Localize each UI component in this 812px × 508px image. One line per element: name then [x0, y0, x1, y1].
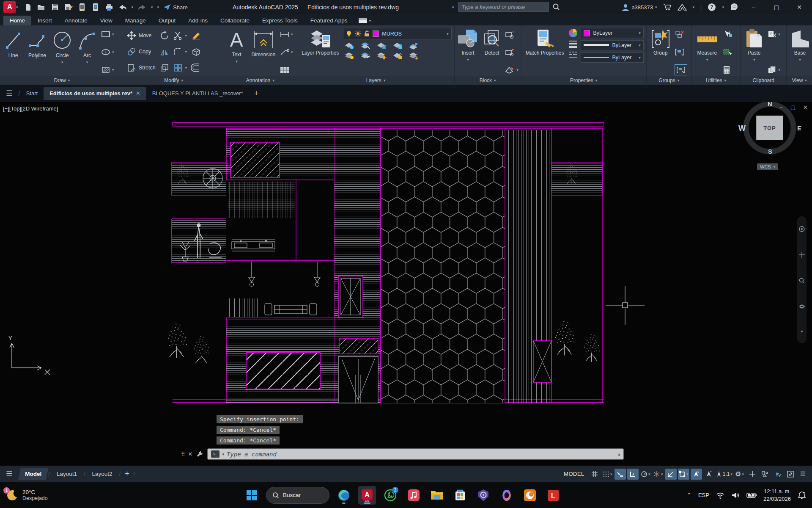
- keyword-search-input[interactable]: [458, 2, 549, 12]
- command-bar[interactable]: >_ ▾ ▴: [207, 448, 624, 460]
- help-icon[interactable]: ?: [708, 3, 716, 11]
- ribbon-tab-collaborate[interactable]: Collaborate: [214, 16, 256, 25]
- command-grip-handle[interactable]: ⠿: [181, 451, 184, 457]
- viewport-controls-label[interactable]: [−][Top][2D Wireframe]: [3, 105, 58, 112]
- layout2-tab[interactable]: Layout2: [85, 468, 119, 480]
- undo-icon[interactable]: [118, 3, 127, 12]
- viewcube-east[interactable]: E: [797, 124, 801, 132]
- redo-icon[interactable]: [137, 3, 147, 12]
- file-tab-start[interactable]: Start: [20, 87, 44, 100]
- nav-wheel-icon[interactable]: [799, 226, 805, 232]
- snap-mode-toggle[interactable]: ▾: [602, 469, 613, 480]
- app-store-cart-icon[interactable]: [663, 3, 672, 11]
- ribbon-display-caret-icon[interactable]: ▾: [369, 19, 371, 23]
- new-layout-button[interactable]: +: [121, 469, 134, 478]
- edit-attributes-button[interactable]: ▾: [505, 64, 518, 75]
- panel-label-groups[interactable]: Groups▾: [647, 76, 691, 85]
- polar-tracking-toggle[interactable]: ▾: [640, 469, 651, 480]
- explode-button[interactable]: [191, 47, 201, 56]
- customization-menu-icon[interactable]: ☰: [797, 469, 809, 480]
- layer-freeze-button[interactable]: [377, 42, 387, 50]
- dimension-button[interactable]: Dimension: [250, 28, 277, 59]
- ribbon-tab-express-tools[interactable]: Express Tools: [256, 16, 304, 25]
- share-button[interactable]: Share: [163, 4, 188, 11]
- layer-thaw-all-button[interactable]: [377, 52, 387, 60]
- ribbon-tab-annotate[interactable]: Annotate: [58, 16, 94, 25]
- annotation-autoscale-toggle[interactable]: [703, 469, 715, 480]
- object-color-select[interactable]: ByLayer▾: [581, 28, 643, 38]
- quick-select-button[interactable]: [722, 29, 732, 40]
- file-explorer-app-icon[interactable]: [428, 486, 446, 505]
- save-as-icon[interactable]: [64, 3, 73, 12]
- layer-properties-button[interactable]: Layer Properties: [300, 28, 340, 57]
- circle-caret-icon[interactable]: ▾: [61, 60, 63, 64]
- measure-caret-icon[interactable]: ▾: [706, 58, 708, 62]
- match-properties-button[interactable]: Match Properties: [524, 28, 566, 57]
- command-prompt-icon[interactable]: >_: [211, 450, 219, 458]
- layer-on-all-button[interactable]: [345, 52, 355, 60]
- layer-unlock-all-button[interactable]: [393, 52, 403, 60]
- crunchyroll-app-icon[interactable]: [521, 486, 539, 505]
- annotation-visibility-toggle[interactable]: [691, 469, 702, 480]
- app-menu-caret-icon[interactable]: ▾: [16, 5, 18, 9]
- panel-label-draw[interactable]: Draw▾: [0, 76, 124, 85]
- weather-widget[interactable]: 1 20°C Despejado: [6, 489, 103, 502]
- detect-button[interactable]: Detect: [481, 28, 502, 57]
- arc-button[interactable]: Arc ▾: [76, 28, 98, 65]
- wifi-icon[interactable]: [716, 492, 724, 499]
- panel-label-layers[interactable]: Layers▾: [297, 76, 454, 85]
- trim-button[interactable]: ▾: [173, 31, 187, 40]
- command-input[interactable]: [227, 451, 615, 458]
- command-customize-wrench-icon[interactable]: [196, 450, 203, 458]
- shield-app-icon[interactable]: [475, 486, 492, 505]
- ribbon-tab-home[interactable]: Home: [3, 16, 31, 25]
- table-button[interactable]: [280, 64, 293, 75]
- panel-label-modify[interactable]: Modify▾: [124, 76, 223, 85]
- panel-label-properties[interactable]: Properties▾: [521, 76, 646, 85]
- panel-label-block[interactable]: Block▾: [455, 76, 521, 85]
- file-tab-close-icon[interactable]: ✕: [136, 90, 140, 97]
- open-from-web-mobile-icon[interactable]: [77, 3, 87, 12]
- command-expand-icon[interactable]: ▴: [618, 452, 620, 456]
- circle-button[interactable]: Circle ▾: [51, 28, 74, 65]
- window-minimize-button[interactable]: –: [745, 1, 762, 14]
- help-caret-icon[interactable]: ▾: [722, 5, 724, 9]
- window-restore-button[interactable]: ▢: [768, 1, 785, 14]
- layer-isolate-button[interactable]: [361, 42, 371, 50]
- crosshair-toggle[interactable]: [746, 469, 758, 480]
- line-button[interactable]: Line: [3, 28, 24, 60]
- panel-label-utilities[interactable]: Utilities▾: [692, 76, 740, 85]
- file-tabs-menu-icon[interactable]: ☰: [0, 89, 18, 98]
- erase-button[interactable]: [191, 31, 201, 40]
- base-view-button[interactable]: Base ▾: [789, 28, 810, 63]
- autocad-taskbar-icon[interactable]: ACAD: [358, 486, 376, 505]
- copy-clip-button[interactable]: ▾: [768, 64, 780, 75]
- make-current-layer-button[interactable]: [409, 42, 419, 50]
- workspace-settings-gear-icon[interactable]: ⚙▾: [734, 469, 745, 480]
- search-icon[interactable]: [552, 3, 560, 11]
- measure-button[interactable]: Measure ▾: [694, 28, 720, 63]
- create-block-button[interactable]: [505, 29, 518, 40]
- object-snap-toggle[interactable]: ▾: [678, 469, 689, 480]
- autodesk-caret-icon[interactable]: ▾: [693, 5, 695, 9]
- layer-match-button[interactable]: [361, 52, 371, 60]
- drawing-canvas[interactable]: [168, 121, 619, 406]
- command-recent-caret-icon[interactable]: ▾: [222, 452, 224, 456]
- lineweight-select[interactable]: ByLayer▾: [581, 40, 643, 50]
- ellipse-button[interactable]: ▾: [101, 47, 114, 58]
- volume-icon[interactable]: [731, 492, 740, 499]
- feedback-icon[interactable]: [730, 3, 739, 11]
- arc-caret-icon[interactable]: ▾: [86, 60, 88, 64]
- new-file-icon[interactable]: [23, 3, 33, 12]
- viewcube-north[interactable]: N: [768, 100, 772, 108]
- autocad-app-icon[interactable]: A: [3, 1, 16, 13]
- autodesk-account-icon[interactable]: [678, 4, 687, 11]
- dim-linear-button[interactable]: ▾: [280, 29, 293, 40]
- fillet-button[interactable]: ▾: [173, 47, 187, 56]
- drawing-viewport[interactable]: [−][Top][2D Wireframe] – ▢ ✕ N W S E TOP…: [0, 102, 812, 466]
- viewcube-west[interactable]: W: [738, 124, 746, 133]
- navigation-bar[interactable]: ▾: [797, 216, 807, 343]
- offset-button[interactable]: [191, 63, 201, 72]
- keyboard-language[interactable]: ESP: [698, 492, 709, 498]
- l-app-icon[interactable]: L: [544, 486, 562, 505]
